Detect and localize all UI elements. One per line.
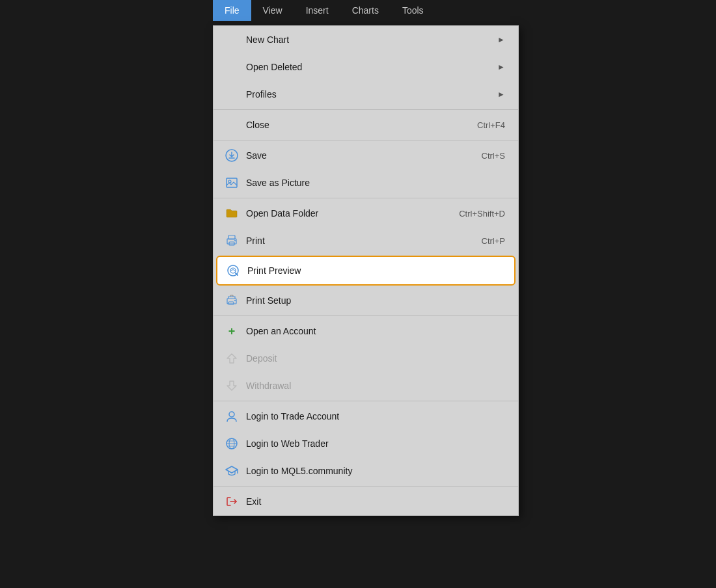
menu-item-exit[interactable]: Exit bbox=[213, 488, 518, 515]
deposit-label: Deposit bbox=[246, 353, 277, 364]
svg-marker-15 bbox=[227, 381, 236, 390]
svg-point-7 bbox=[234, 240, 236, 241]
graduation-icon bbox=[224, 463, 240, 479]
menu-tools[interactable]: Tools bbox=[391, 0, 435, 21]
print-preview-label: Print Preview bbox=[247, 265, 301, 276]
save-as-picture-label: Save as Picture bbox=[246, 178, 310, 188]
menu-file[interactable]: File bbox=[213, 0, 251, 21]
print-preview-icon bbox=[225, 263, 241, 278]
plus-icon: + bbox=[224, 323, 240, 339]
menu-item-profiles[interactable]: Profiles ► bbox=[213, 81, 518, 108]
menu-item-login-web[interactable]: Login to Web Trader bbox=[213, 430, 518, 457]
globe-icon bbox=[224, 436, 240, 451]
menu-item-deposit[interactable]: Deposit bbox=[213, 345, 518, 372]
print-shortcut: Ctrl+P bbox=[482, 236, 505, 246]
profiles-icon bbox=[224, 87, 240, 102]
menu-item-print-preview[interactable]: Print Preview bbox=[216, 256, 516, 286]
divider-3 bbox=[213, 198, 518, 198]
menu-item-save-as-picture[interactable]: Save as Picture bbox=[213, 169, 518, 196]
menu-insert[interactable]: Insert bbox=[294, 0, 340, 21]
open-data-folder-shortcut: Ctrl+Shift+D bbox=[459, 209, 505, 219]
svg-point-16 bbox=[229, 412, 234, 417]
divider-1 bbox=[213, 109, 518, 110]
svg-point-13 bbox=[234, 300, 236, 301]
login-trade-label: Login to Trade Account bbox=[246, 411, 339, 421]
exit-label: Exit bbox=[246, 496, 261, 507]
deposit-icon bbox=[224, 351, 240, 366]
print-setup-label: Print Setup bbox=[246, 295, 291, 306]
menu-item-close[interactable]: Close Ctrl+F4 bbox=[213, 111, 518, 139]
print-icon bbox=[224, 233, 240, 248]
save-as-picture-icon bbox=[224, 175, 240, 191]
menu-view[interactable]: View bbox=[251, 0, 294, 21]
save-icon bbox=[224, 148, 240, 163]
new-chart-icon bbox=[224, 32, 240, 47]
profiles-arrow: ► bbox=[497, 90, 505, 99]
login-web-label: Login to Web Trader bbox=[246, 438, 329, 449]
app-container: File View Insert Charts Tools New Chart … bbox=[0, 0, 716, 588]
divider-4 bbox=[213, 315, 518, 316]
open-deleted-icon bbox=[224, 59, 240, 75]
file-dropdown: New Chart ► Open Deleted ► Profiles ► Cl… bbox=[213, 25, 519, 516]
svg-marker-22 bbox=[226, 466, 238, 473]
divider-5 bbox=[213, 401, 518, 401]
menu-item-open-deleted[interactable]: Open Deleted ► bbox=[213, 53, 518, 81]
menu-bar: File View Insert Charts Tools bbox=[213, 0, 435, 21]
open-account-label: Open an Account bbox=[246, 326, 316, 336]
close-shortcut: Ctrl+F4 bbox=[477, 120, 505, 130]
menu-item-print-setup[interactable]: Print Setup bbox=[213, 287, 518, 314]
menu-item-save[interactable]: Save Ctrl+S bbox=[213, 142, 518, 169]
print-setup-icon bbox=[224, 293, 240, 308]
withdrawal-icon bbox=[224, 378, 240, 394]
svg-point-3 bbox=[228, 180, 231, 183]
close-label: Close bbox=[246, 120, 269, 130]
exit-icon bbox=[224, 494, 240, 509]
open-data-folder-label: Open Data Folder bbox=[246, 208, 318, 219]
menu-item-print[interactable]: Print Ctrl+P bbox=[213, 227, 518, 254]
menu-item-open-data-folder[interactable]: Open Data Folder Ctrl+Shift+D bbox=[213, 200, 518, 227]
folder-icon bbox=[224, 206, 240, 221]
menu-charts[interactable]: Charts bbox=[340, 0, 391, 21]
save-shortcut: Ctrl+S bbox=[482, 151, 505, 161]
withdrawal-label: Withdrawal bbox=[246, 381, 291, 391]
user-icon bbox=[224, 408, 240, 424]
login-mql5-label: Login to MQL5.community bbox=[246, 466, 352, 476]
menu-item-login-trade[interactable]: Login to Trade Account bbox=[213, 403, 518, 430]
menu-item-login-mql5[interactable]: Login to MQL5.community bbox=[213, 457, 518, 485]
svg-marker-14 bbox=[227, 354, 236, 363]
menu-item-open-account[interactable]: + Open an Account bbox=[213, 317, 518, 345]
save-label: Save bbox=[246, 150, 267, 161]
open-deleted-label: Open Deleted bbox=[246, 62, 302, 72]
menu-item-new-chart[interactable]: New Chart ► bbox=[213, 26, 518, 53]
divider-2 bbox=[213, 140, 518, 140]
divider-6 bbox=[213, 486, 518, 487]
open-deleted-arrow: ► bbox=[497, 62, 505, 72]
print-label: Print bbox=[246, 235, 265, 246]
new-chart-label: New Chart bbox=[246, 34, 289, 45]
menu-item-withdrawal[interactable]: Withdrawal bbox=[213, 372, 518, 399]
close-menu-icon bbox=[224, 117, 240, 133]
profiles-label: Profiles bbox=[246, 89, 277, 100]
svg-rect-2 bbox=[227, 178, 237, 187]
new-chart-arrow: ► bbox=[497, 35, 505, 44]
